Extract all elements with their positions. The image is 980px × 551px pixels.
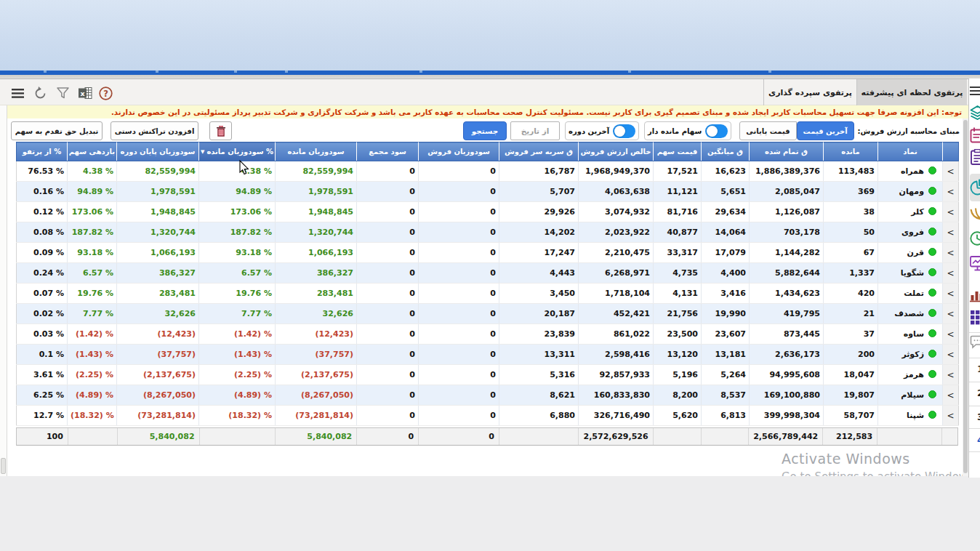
row-expander[interactable]: < (943, 385, 959, 406)
journal-icon[interactable] (970, 127, 980, 145)
assets-icon[interactable] (970, 104, 980, 121)
column-header-return_pct[interactable]: بازدهی سهم (68, 142, 117, 161)
column-header-share_price[interactable]: قیمت سهم (654, 142, 702, 161)
cell-portfolio_pct: 0.12 % (17, 202, 68, 222)
column-header-avg_price[interactable]: ق میانگین (702, 142, 750, 161)
filter-icon[interactable] (55, 85, 71, 101)
symbol-cell[interactable]: تملت (878, 283, 943, 304)
cell-balance: 1,337 (824, 263, 878, 283)
column-header-expander[interactable] (943, 142, 959, 161)
cell-open_pnl_pct: 6.57 % (199, 263, 276, 283)
symbol-cell[interactable]: زکوثر (878, 345, 943, 365)
monitor-chart-icon[interactable] (970, 255, 980, 273)
cell-net_sale_value: 452,421 (579, 304, 654, 324)
row-expander[interactable]: < (943, 365, 959, 385)
symbol-cell[interactable]: سیلام (878, 385, 943, 406)
column-header-symbol[interactable]: نماد (878, 142, 943, 161)
total-avg_price (701, 428, 749, 445)
excel-export-icon[interactable]: x (77, 85, 93, 101)
column-header-open_pnl[interactable]: سودوزیان مانده (276, 142, 357, 161)
row-expander[interactable]: < (943, 161, 959, 182)
column-header-sale_pnl[interactable]: سودوزیان فروش (419, 142, 499, 161)
row-expander[interactable]: < (943, 202, 959, 222)
symbol-cell[interactable]: شصدف (878, 304, 943, 324)
symbol-cell[interactable]: شگویا (878, 263, 943, 283)
chat-icon[interactable] (970, 335, 980, 353)
cell-share_price: 17,521 (654, 161, 702, 182)
closing-price-button[interactable]: قیمت پایانی (739, 121, 796, 140)
symbol-cell[interactable]: ومهان (878, 182, 943, 202)
symbol-cell[interactable]: شپنا (878, 406, 943, 426)
left-scrollbar-thumb[interactable] (1, 458, 6, 474)
column-header-assembly_profit[interactable]: سود مجمع (357, 142, 419, 161)
sidebar-clipped-item[interactable]: 4 (977, 435, 980, 446)
tab-deposit-portfolio[interactable]: پرتفوی سپرده گذاری (763, 79, 857, 106)
right-scrollbar[interactable] (963, 118, 968, 476)
tab-advanced-live-portfolio[interactable]: پرتفوی لحظه ای پیشرفته (857, 79, 967, 106)
cell-assembly_profit: 0 (357, 243, 419, 263)
cell-share_price: 5,196 (654, 365, 702, 385)
symbol-cell[interactable]: همراه (878, 161, 943, 182)
bar-chart-icon[interactable] (970, 288, 980, 305)
row-expander[interactable]: < (943, 345, 959, 365)
notice-bar: توجه: این افزونه صرفا جهت تسهیل محاسبات … (0, 105, 968, 118)
cell-portfolio_pct: 0.09 % (17, 243, 68, 263)
row-expander[interactable]: < (943, 222, 959, 243)
sidebar-clipped-item[interactable]: 1 (977, 363, 980, 374)
column-header-portfolio_pct[interactable]: % از پرتفو (17, 142, 68, 161)
menu-icon[interactable] (9, 85, 25, 101)
help-icon[interactable]: ? (97, 85, 113, 101)
symbol-cell[interactable]: ساوه (878, 324, 943, 345)
clipboard-icon[interactable] (970, 149, 980, 166)
search-button[interactable]: جستجو (463, 121, 507, 140)
edge-tick (628, 71, 631, 73)
symbol-cell[interactable]: قرن (878, 243, 943, 263)
total-balance: 212,583 (822, 428, 877, 445)
last-period-toggle[interactable] (613, 124, 635, 138)
add-manual-transaction-button[interactable]: افزودن تراکنش دستی (111, 121, 198, 140)
cell-return_pct: (1.43) % (68, 345, 117, 365)
cell-open_pnl: (12,423) (276, 324, 357, 345)
refresh-icon[interactable] (32, 85, 48, 101)
row-expander[interactable]: < (943, 406, 959, 426)
row-expander[interactable]: < (943, 304, 959, 324)
sidebar-clipped-item[interactable]: 2 (977, 387, 980, 398)
status-dot-green (928, 411, 936, 419)
cell-breakeven_price: 6,880 (499, 406, 579, 426)
column-header-total_cost[interactable]: ق تمام شده (750, 142, 824, 161)
row-expander[interactable]: < (943, 283, 959, 304)
right-scrollbar-thumb[interactable] (963, 120, 968, 473)
column-header-net_sale_value[interactable]: خالص ارزش فروش (579, 142, 654, 161)
menu-icon[interactable] (970, 84, 980, 102)
cell-return_pct: 187.82 % (68, 222, 117, 243)
cell-net_sale_value: 4,063,638 (579, 182, 654, 202)
cell-sale_pnl: 0 (419, 283, 499, 304)
cell-portfolio_pct: 0.1 % (17, 345, 68, 365)
curve-icon[interactable] (970, 206, 980, 224)
symbol-cell[interactable]: فروی (878, 222, 943, 243)
row-expander[interactable]: < (943, 263, 959, 283)
last-price-button[interactable]: آخرین قیمت (797, 121, 854, 140)
cell-portfolio_pct: 0.03 % (17, 324, 68, 345)
clock-icon[interactable] (970, 230, 980, 248)
row-expander[interactable]: < (943, 243, 959, 263)
grid-icon[interactable] (970, 310, 980, 327)
column-header-breakeven_price[interactable]: ق سربه سر فروش (499, 142, 579, 161)
row-expander[interactable]: < (943, 324, 959, 345)
portfolio-pie-icon[interactable] (970, 179, 980, 196)
symbol-cell[interactable]: هرمز (878, 365, 943, 385)
column-header-open_pnl_pct[interactable]: % سودوزیان مانده▼ (199, 142, 276, 161)
symbol-cell[interactable]: کلر (878, 202, 943, 222)
left-scrollbar[interactable] (0, 105, 7, 476)
sidebar-clipped-item[interactable]: 3 (977, 411, 980, 422)
column-header-period_pnl[interactable]: سودوزیان پایان دوره (117, 142, 199, 161)
delete-button[interactable] (209, 121, 232, 140)
row-expander[interactable]: < (943, 182, 959, 202)
cell-portfolio_pct: 76.53 % (17, 161, 68, 182)
convert-rights-button[interactable]: تبدیل حق تقدم به سهم (11, 121, 103, 140)
column-header-balance[interactable]: مانده (824, 142, 878, 161)
cell-return_pct: 19.76 % (68, 283, 117, 304)
from-date-input[interactable] (510, 121, 560, 140)
with-balance-toggle[interactable] (705, 124, 728, 138)
cell-portfolio_pct: 0.24 % (17, 263, 68, 283)
